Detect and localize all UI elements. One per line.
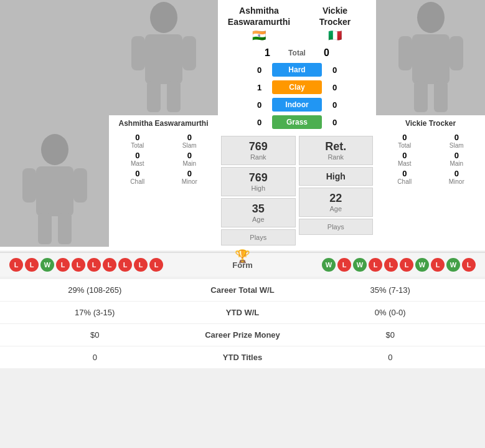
form-badge: L <box>103 258 116 272</box>
right-main-value: 0 <box>433 151 481 160</box>
svg-rect-1 <box>36 166 73 216</box>
left-chall-label: Chall <box>114 178 161 185</box>
left-flag: 🇮🇳 <box>221 29 297 42</box>
left-high-label: High <box>227 184 290 192</box>
right-ytd: 0% (0-0) <box>305 308 476 317</box>
left-main-stat: 0 Main <box>166 151 214 167</box>
right-total-value: 0 <box>381 133 428 142</box>
right-total-stat: 0 Total <box>381 133 428 149</box>
left-name-line1: Ashmitha <box>221 5 297 16</box>
right-age-label: Age <box>304 205 368 212</box>
clay-button[interactable]: Clay <box>272 80 322 94</box>
svg-rect-16 <box>414 81 428 112</box>
svg-rect-2 <box>22 168 36 203</box>
hard-score-left: 0 <box>252 65 267 75</box>
form-badge: L <box>25 258 39 272</box>
right-chall-stat: 0 Chall <box>381 169 428 185</box>
stat-blocks-row: 769 Rank 769 High 35 Age Plays <box>221 134 373 247</box>
right-minor-value: 0 <box>433 169 481 178</box>
svg-rect-15 <box>450 36 463 70</box>
form-badge: L <box>72 258 85 272</box>
clay-row: 1 Clay 0 <box>252 80 342 94</box>
right-career-total: 35% (7-13) <box>305 285 476 295</box>
svg-rect-11 <box>167 81 181 112</box>
left-form-badges: LLWLLLLLLL <box>9 258 218 272</box>
grass-button[interactable]: Grass <box>272 115 322 129</box>
form-badge: L <box>462 258 476 272</box>
left-minor-value: 0 <box>166 169 214 178</box>
left-chall-stat: 0 Chall <box>114 169 161 185</box>
right-chall-value: 0 <box>381 169 428 178</box>
right-rank-label: Rank <box>304 153 368 161</box>
svg-point-0 <box>41 134 68 165</box>
left-player-column: Ashmitha Easwaramurthi 0 Total 0 Slam 0 … <box>109 0 218 247</box>
left-player-name: Ashmitha Easwaramurthi <box>114 119 213 129</box>
ytd-label: YTD W/L <box>181 308 305 317</box>
form-badge: L <box>369 258 382 272</box>
svg-rect-13 <box>412 34 450 84</box>
right-player-column: Vickie Trocker 0 Total 0 Slam 0 Mast <box>376 0 485 247</box>
right-total-label: Total <box>381 142 428 149</box>
left-prize: $0 <box>9 330 181 340</box>
svg-point-12 <box>417 2 445 33</box>
career-total-row: 29% (108-265) Career Total W/L 35% (7-13… <box>0 279 485 302</box>
clay-score-left: 1 <box>252 83 267 92</box>
form-badge: W <box>40 258 54 272</box>
left-high-block: 769 High <box>221 167 296 196</box>
left-slam-stat: 0 Slam <box>166 133 214 149</box>
right-main-stat: 0 Main <box>433 151 481 167</box>
left-total-value: 0 <box>114 133 161 142</box>
form-badge: L <box>400 258 413 272</box>
svg-rect-3 <box>73 168 87 203</box>
grass-score-left: 0 <box>252 118 267 127</box>
right-minor-label: Minor <box>433 178 481 185</box>
left-total-stat: 0 Total <box>114 133 161 149</box>
right-slam-stat: 0 Slam <box>433 133 481 149</box>
left-stat-blocks: 769 Rank 769 High 35 Age Plays <box>221 134 296 247</box>
right-prize: $0 <box>305 330 476 340</box>
left-name-line2: Easwaramurthi <box>221 16 297 27</box>
form-badge: L <box>337 258 351 272</box>
left-rank-value: 769 <box>227 140 290 153</box>
form-badge: L <box>134 258 148 272</box>
left-career-total: 29% (108-265) <box>9 285 181 295</box>
right-player-name: Vickie Trocker <box>381 119 480 129</box>
left-plays-block: Plays <box>221 229 296 245</box>
left-slam-value: 0 <box>166 133 214 142</box>
svg-rect-14 <box>398 36 412 70</box>
left-total-score: 1 <box>260 47 275 59</box>
left-rank-label: Rank <box>227 153 290 161</box>
left-silhouette <box>17 132 92 247</box>
left-high-value: 769 <box>227 171 290 184</box>
right-mast-label: Mast <box>381 160 428 167</box>
svg-rect-8 <box>131 36 145 70</box>
indoor-score-right: 0 <box>327 100 342 110</box>
right-high-block: High <box>299 167 374 186</box>
right-age-block: 22 Age <box>299 188 374 217</box>
right-name-line1: Vickie <box>297 5 373 16</box>
left-total-label: Total <box>114 142 161 149</box>
form-badge: W <box>322 258 336 272</box>
right-age-value: 22 <box>304 192 368 205</box>
indoor-button[interactable]: Indoor <box>272 98 322 112</box>
hard-button[interactable]: Hard <box>272 63 322 77</box>
left-mast-stat: 0 Mast <box>114 151 161 167</box>
left-minor-label: Minor <box>166 178 214 185</box>
grass-row: 0 Grass 0 <box>252 115 342 129</box>
comparison-section: Ashmitha Easwaramurthi 0 Total 0 Slam 0 … <box>0 0 485 248</box>
total-label: Total <box>281 49 313 57</box>
form-badge: L <box>384 258 398 272</box>
hard-row: 0 Hard 0 <box>252 63 342 77</box>
form-badge: L <box>431 258 445 272</box>
trophy-icon: 🏆 <box>235 249 250 264</box>
right-ytd-titles: 0 <box>305 353 476 362</box>
form-badge: L <box>118 258 132 272</box>
svg-rect-17 <box>434 81 448 112</box>
right-plays-block: Plays <box>299 219 374 235</box>
right-stat-blocks: Ret. Rank High 22 Age Plays <box>299 134 374 247</box>
left-player-photo <box>0 0 109 247</box>
right-form-badges: WLWLLLWLWL <box>268 258 476 272</box>
form-badge: L <box>149 258 163 272</box>
form-badge: W <box>446 258 460 272</box>
svg-rect-10 <box>147 81 161 112</box>
